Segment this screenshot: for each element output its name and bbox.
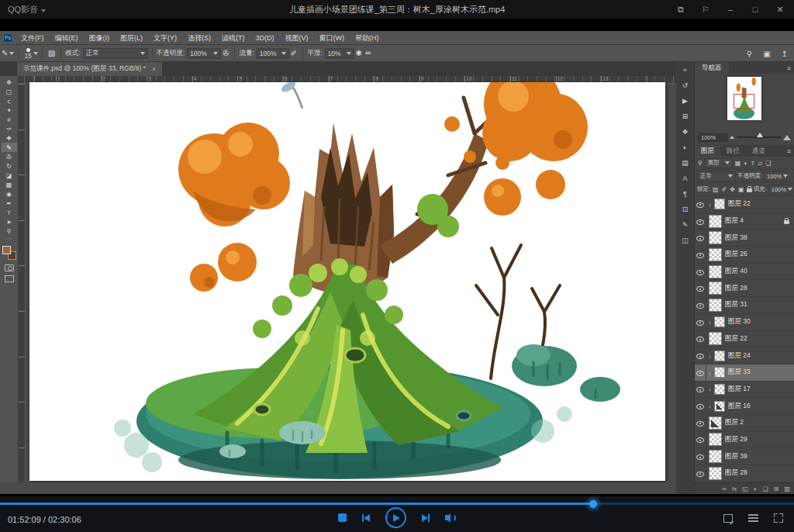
filter-pixel-icon[interactable]: ▦ bbox=[734, 160, 742, 167]
layer-visibility-toggle[interactable] bbox=[695, 347, 706, 364]
lasso-tool[interactable]: ς bbox=[2, 96, 17, 105]
actions-panel-icon[interactable]: ▶ bbox=[678, 95, 692, 105]
layer-thumbnail[interactable] bbox=[709, 248, 722, 261]
opacity-select[interactable]: 100% bbox=[187, 48, 221, 59]
smoothing-select[interactable]: 10% bbox=[325, 48, 354, 59]
panel-menu-icon[interactable]: ≡ bbox=[787, 147, 791, 155]
filter-adjustment-icon[interactable]: ◐ bbox=[743, 160, 748, 167]
screen-mode-icon[interactable] bbox=[5, 275, 14, 282]
layer-visibility-toggle[interactable] bbox=[695, 398, 706, 414]
layer-visibility-toggle[interactable] bbox=[695, 230, 706, 246]
search-icon[interactable]: ⚲ bbox=[745, 50, 754, 58]
gradient-tool[interactable]: ▩ bbox=[2, 180, 17, 189]
tab-channels[interactable]: 通道 bbox=[746, 145, 772, 157]
smoothing-gear-icon[interactable]: ✱ bbox=[354, 49, 364, 57]
pressure-size-icon[interactable]: ✏ bbox=[364, 49, 373, 57]
layer-thumbnail[interactable] bbox=[714, 401, 725, 412]
menu-item[interactable]: 视图(V) bbox=[280, 31, 314, 45]
layer-row[interactable]: ↓ 图层 38 bbox=[695, 230, 794, 247]
layer-filter-select[interactable]: 类型 bbox=[705, 158, 733, 168]
pen-tool[interactable]: ✒ bbox=[2, 199, 17, 208]
navigator-zoom-field[interactable]: 100% bbox=[698, 133, 727, 142]
layer-visibility-toggle[interactable] bbox=[695, 415, 706, 431]
progress-bar[interactable] bbox=[0, 503, 794, 505]
layer-row[interactable]: ↓ 图层 33 bbox=[695, 364, 794, 382]
eyedropper-tool[interactable]: ✑ bbox=[2, 124, 17, 133]
layer-row[interactable]: ↓ 图层 2 bbox=[695, 415, 794, 432]
layer-visibility-toggle[interactable] bbox=[695, 448, 706, 465]
brush-tool-icon[interactable]: ✎ bbox=[0, 49, 9, 57]
play-button[interactable] bbox=[385, 507, 406, 528]
tab-paths[interactable]: 路径 bbox=[720, 145, 746, 157]
pin-button[interactable]: ⚐ bbox=[696, 2, 715, 17]
layer-visibility-toggle[interactable] bbox=[695, 314, 706, 330]
quick-mask-icon[interactable] bbox=[5, 264, 14, 271]
layer-visibility-toggle[interactable] bbox=[695, 382, 706, 398]
layer-effects-icon[interactable]: fx bbox=[732, 485, 737, 492]
edit-toolbar-icon[interactable]: … bbox=[6, 236, 12, 242]
layer-visibility-toggle[interactable] bbox=[695, 247, 706, 263]
layer-thumbnail[interactable] bbox=[709, 416, 722, 430]
close-button[interactable]: ✕ bbox=[771, 2, 789, 17]
lock-artboard-icon[interactable]: ▣ bbox=[737, 186, 745, 193]
layer-thumbnail[interactable] bbox=[709, 231, 722, 244]
document-tab[interactable]: 示范课件.psd @ 100% (图层 33, RGB/8) * × bbox=[17, 62, 162, 76]
layer-thumbnail[interactable] bbox=[714, 199, 725, 209]
link-layers-icon[interactable]: ∞ bbox=[722, 485, 727, 492]
layer-thumbnail[interactable] bbox=[714, 384, 725, 395]
filter-shape-icon[interactable]: ▱ bbox=[757, 160, 763, 167]
navigator-proxy-rect[interactable] bbox=[734, 94, 754, 109]
volume-button[interactable] bbox=[445, 513, 456, 523]
layer-thumbnail[interactable] bbox=[709, 265, 722, 278]
lock-pixels-icon[interactable]: ✐ bbox=[721, 186, 728, 193]
layer-row[interactable]: ↓ 图层 17 bbox=[695, 382, 794, 399]
menu-item[interactable]: 文件(F) bbox=[16, 31, 50, 45]
video-frame[interactable]: Ps 文件(F) 编辑(E) 图像(I) 图层(L) 文字(Y) 选择(S) 滤… bbox=[0, 19, 794, 496]
layer-visibility-toggle[interactable] bbox=[695, 364, 706, 381]
menu-item[interactable]: 图像(I) bbox=[84, 31, 116, 45]
blur-tool[interactable]: ◉ bbox=[2, 189, 17, 199]
zoom-in-icon[interactable] bbox=[783, 135, 791, 140]
layer-visibility-toggle[interactable] bbox=[695, 264, 706, 280]
minimize-button[interactable]: – bbox=[721, 2, 740, 17]
workspace-icon[interactable]: ▣ bbox=[761, 50, 772, 58]
tab-navigator[interactable]: 导航器 bbox=[695, 62, 729, 74]
clone-source-panel-icon[interactable]: ⊡ bbox=[678, 204, 692, 214]
filter-smart-object-icon[interactable]: ❏ bbox=[765, 160, 772, 167]
layer-row[interactable]: ↓ 图层 24 bbox=[695, 347, 794, 364]
layer-row[interactable]: ↓ 图层 28 bbox=[695, 465, 794, 482]
move-tool[interactable]: ✥ bbox=[2, 78, 17, 87]
type-tool[interactable]: T bbox=[2, 208, 17, 217]
brush-preset-picker[interactable]: 15 bbox=[22, 48, 33, 58]
layer-blend-mode-select[interactable]: 正常 bbox=[697, 171, 736, 181]
menu-item[interactable]: 3D(D) bbox=[250, 31, 280, 45]
layer-row[interactable]: ↓ 图层 22 bbox=[695, 196, 794, 213]
lock-position-icon[interactable]: ✥ bbox=[729, 186, 736, 193]
layer-thumbnail[interactable] bbox=[709, 467, 722, 480]
libraries-panel-icon[interactable]: ▤ bbox=[678, 157, 692, 168]
tab-layers[interactable]: 图层 bbox=[695, 145, 720, 157]
playlist-icon[interactable] bbox=[748, 514, 758, 522]
healing-brush-tool[interactable]: ✚ bbox=[2, 133, 17, 143]
layer-thumbnail[interactable] bbox=[709, 450, 722, 463]
menu-item[interactable]: 文字(Y) bbox=[148, 31, 182, 45]
close-icon[interactable]: × bbox=[152, 65, 156, 73]
layer-visibility-toggle[interactable] bbox=[695, 196, 706, 212]
delete-layer-icon[interactable]: ▥ bbox=[784, 485, 790, 492]
layer-row[interactable]: ↓ 图层 31 bbox=[695, 297, 794, 314]
history-brush-tool[interactable]: ↻ bbox=[2, 161, 17, 171]
new-layer-icon[interactable]: ⊞ bbox=[774, 485, 779, 492]
menu-item[interactable]: 滤镜(T) bbox=[216, 31, 250, 45]
marquee-tool[interactable]: ▢ bbox=[2, 87, 17, 96]
share-icon[interactable]: ↥ bbox=[780, 50, 789, 58]
layer-visibility-toggle[interactable] bbox=[695, 465, 706, 482]
lock-transparency-icon[interactable]: ▨ bbox=[712, 186, 720, 193]
brush-tool[interactable]: ✎ bbox=[2, 143, 17, 152]
toggle-brush-panel-icon[interactable]: ▨ bbox=[47, 49, 57, 57]
mini-mode-button[interactable]: ⧉ bbox=[671, 2, 690, 17]
layer-visibility-toggle[interactable] bbox=[695, 297, 706, 313]
layer-thumbnail[interactable] bbox=[709, 299, 722, 312]
layer-row[interactable]: ↓ 图层 4 bbox=[695, 213, 794, 230]
eraser-tool[interactable]: ◪ bbox=[2, 171, 17, 180]
filter-type-icon[interactable]: T bbox=[750, 160, 755, 167]
